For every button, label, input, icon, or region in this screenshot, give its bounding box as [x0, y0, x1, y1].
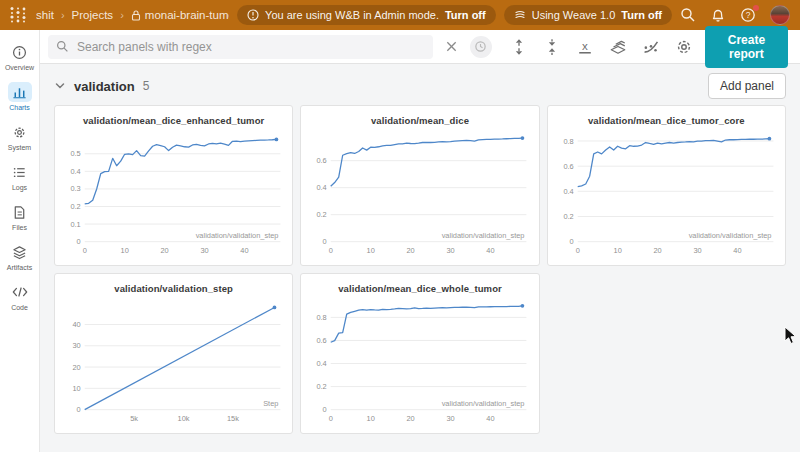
svg-text:?: ?	[746, 10, 751, 20]
sidebar-item-files[interactable]: Files	[1, 198, 39, 235]
sidebar-item-label: Charts	[9, 104, 30, 111]
svg-text:0.6: 0.6	[317, 336, 327, 345]
add-panel-button[interactable]: Add panel	[708, 73, 786, 99]
section-title[interactable]: validation	[74, 79, 135, 94]
svg-text:0: 0	[329, 246, 333, 255]
weave-layers-icon	[514, 9, 526, 21]
settings-gear-icon[interactable]	[675, 38, 693, 56]
file-icon	[8, 202, 32, 222]
svg-text:validation/validation_step: validation/validation_step	[442, 231, 525, 240]
svg-text:40: 40	[240, 246, 248, 255]
svg-text:15k: 15k	[227, 414, 239, 423]
panels-toolbar: x Create	[40, 30, 800, 64]
svg-text:0: 0	[83, 246, 87, 255]
code-icon	[8, 282, 32, 302]
sidebar-item-logs[interactable]: Logs	[1, 158, 39, 195]
svg-text:0.2: 0.2	[317, 382, 327, 391]
svg-text:0.2: 0.2	[317, 210, 327, 219]
line-chart[interactable]: 00.20.40.60.8010203040validation/validat…	[552, 126, 781, 256]
svg-text:x: x	[582, 39, 588, 51]
svg-text:5k: 5k	[130, 414, 138, 423]
sidebar-item-system[interactable]: System	[1, 118, 39, 155]
svg-text:validation/validation_step: validation/validation_step	[442, 399, 525, 408]
chart-title: validation/mean_dice_whole_tumor	[305, 274, 534, 294]
svg-text:20: 20	[407, 246, 415, 255]
chart-title: validation/mean_dice	[305, 106, 534, 126]
svg-text:0.4: 0.4	[563, 187, 573, 196]
svg-text:30: 30	[447, 414, 455, 423]
create-report-button[interactable]: Create report	[705, 26, 788, 68]
breadcrumb-user[interactable]: shit	[36, 9, 54, 21]
svg-text:10k: 10k	[178, 414, 190, 423]
panel-layers-icon[interactable]	[609, 38, 627, 56]
svg-text:30: 30	[693, 246, 701, 255]
line-chart[interactable]: 0102030405k10k15kStep	[59, 294, 288, 424]
history-icon[interactable]	[470, 36, 492, 58]
panel-grid: validation/mean_dice_enhanced_tumor 00.1…	[54, 105, 786, 434]
smoothing-icon[interactable]	[642, 38, 660, 56]
chart-panel-mean-dice-enhanced-tumor: validation/mean_dice_enhanced_tumor 00.1…	[54, 105, 293, 266]
svg-text:10: 10	[121, 246, 129, 255]
chart-title: validation/mean_dice_enhanced_tumor	[59, 106, 288, 126]
weave-turn-off-button[interactable]: Turn off	[621, 9, 662, 21]
svg-text:20: 20	[160, 246, 168, 255]
line-chart[interactable]: 00.10.20.30.40.5010203040validation/vali…	[59, 126, 288, 256]
chart-panel-mean-dice: validation/mean_dice 00.20.40.6010203040…	[300, 105, 539, 266]
sidebar-item-artifacts[interactable]: Artifacts	[1, 238, 39, 275]
user-avatar[interactable]	[770, 5, 790, 25]
expand-panels-icon[interactable]	[510, 38, 528, 56]
chart-panel-mean-dice-tumor-core: validation/mean_dice_tumor_core 00.20.40…	[547, 105, 786, 266]
sidebar-item-label: Code	[11, 304, 28, 311]
global-search-icon[interactable]	[680, 7, 696, 23]
svg-text:30: 30	[73, 341, 81, 350]
notifications-bell-icon[interactable]	[710, 7, 726, 23]
svg-text:30: 30	[447, 246, 455, 255]
sidebar-item-label: System	[8, 144, 31, 151]
breadcrumb-project[interactable]: monai-brain-tumor-segmentation	[145, 9, 229, 21]
svg-text:10: 10	[367, 246, 375, 255]
lock-icon	[131, 10, 141, 21]
svg-text:0.1: 0.1	[70, 220, 80, 229]
svg-text:0.6: 0.6	[317, 156, 327, 165]
clear-search-icon[interactable]	[445, 40, 458, 53]
breadcrumb-projects[interactable]: Projects	[72, 9, 114, 21]
svg-text:0.2: 0.2	[70, 202, 80, 211]
svg-text:40: 40	[487, 246, 495, 255]
svg-text:0: 0	[323, 405, 327, 414]
chart-title: validation/validation_step	[59, 274, 288, 294]
svg-text:0.6: 0.6	[563, 162, 573, 171]
svg-text:validation/validation_step: validation/validation_step	[688, 231, 771, 240]
svg-text:0.8: 0.8	[563, 137, 573, 146]
svg-text:0.4: 0.4	[70, 167, 80, 176]
svg-text:20: 20	[407, 414, 415, 423]
line-chart[interactable]: 00.20.40.6010203040validation/validation…	[305, 126, 534, 256]
sidebar-item-overview[interactable]: Overview	[1, 38, 39, 75]
section-header-validation: validation 5 Add panel	[54, 72, 786, 100]
x-axis-icon[interactable]: x	[576, 38, 594, 56]
chart-panel-mean-dice-whole-tumor: validation/mean_dice_whole_tumor 00.20.4…	[300, 273, 539, 434]
breadcrumb: shit Projects monai-brain-tumor-segmenta…	[36, 9, 229, 21]
svg-text:0: 0	[569, 237, 573, 246]
wandb-logo-icon[interactable]	[8, 6, 28, 24]
notification-dot	[753, 5, 759, 11]
svg-text:20: 20	[73, 363, 81, 372]
sidebar-item-charts[interactable]: Charts	[1, 78, 39, 115]
gear-icon	[8, 122, 32, 142]
svg-text:10: 10	[73, 384, 81, 393]
svg-text:0.4: 0.4	[317, 183, 327, 192]
panel-search-input[interactable]	[75, 39, 425, 55]
line-chart[interactable]: 00.20.40.60.8010203040validation/validat…	[305, 294, 534, 424]
svg-text:0: 0	[77, 237, 81, 246]
svg-text:Step: Step	[263, 399, 278, 408]
sidebar-item-code[interactable]: Code	[1, 278, 39, 315]
svg-text:0: 0	[77, 405, 81, 414]
help-icon[interactable]: ?	[740, 7, 756, 23]
svg-text:0: 0	[575, 246, 579, 255]
svg-text:40: 40	[73, 320, 81, 329]
chevron-down-icon[interactable]	[54, 80, 66, 92]
admin-turn-off-button[interactable]: Turn off	[445, 9, 486, 21]
admin-mode-banner: You are using W&B in Admin mode. Turn of…	[237, 5, 496, 25]
alert-circle-icon	[247, 9, 259, 21]
collapse-panels-icon[interactable]	[543, 38, 561, 56]
panel-search-box[interactable]	[48, 35, 433, 59]
